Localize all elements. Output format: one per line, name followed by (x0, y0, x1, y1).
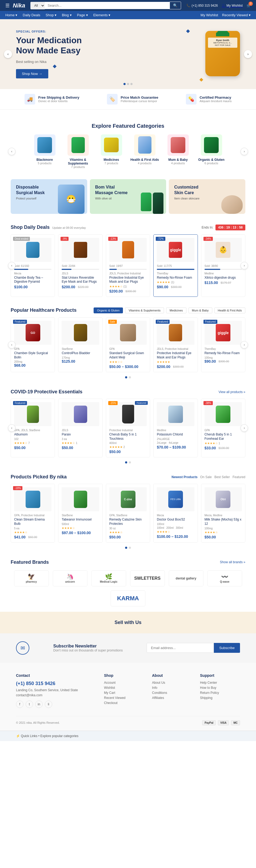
footer-checkout-link[interactable]: Checkout (104, 701, 144, 705)
covid-product-3[interactable]: -15% Featured Protective Industrial Cher… (106, 399, 150, 457)
filter-mum[interactable]: Mum & Baby (189, 307, 212, 313)
picked-dot-1[interactable] (125, 547, 127, 549)
tab-on-sale[interactable]: On Sale (200, 475, 212, 479)
footer-howtobuy-link[interactable]: How to Buy (200, 686, 240, 690)
brand-pharmcy[interactable]: 🦅 pharmcy (14, 570, 49, 586)
promo-banner-massage[interactable]: Bom VitalMassage Creme With olive oil (90, 179, 166, 214)
nav-home[interactable]: Home ▾ (5, 13, 17, 17)
covid-dot-2[interactable] (129, 461, 131, 463)
hamburger-icon[interactable]: ☰ (5, 3, 9, 8)
facebook-icon[interactable]: f (16, 701, 24, 708)
nav-page[interactable]: Page ▾ (77, 13, 88, 17)
filter-vitamins[interactable]: Vitamins & Supplements (125, 307, 164, 313)
linkedin-icon[interactable]: li (45, 701, 52, 708)
picked-product-1[interactable]: -18% GPA, Protective Industrial Clean St… (11, 484, 55, 542)
nav-elements[interactable]: Elements ▾ (93, 13, 111, 17)
nav-wishlist[interactable]: My Wishlist (200, 13, 218, 17)
cat-mum[interactable]: Mum & Baby 4 products (163, 134, 193, 165)
hero-prev-arrow[interactable]: ‹ (4, 50, 12, 58)
deals-next-arrow[interactable]: › (241, 262, 248, 269)
picked-dot-2[interactable] (129, 547, 131, 549)
brand-qwave[interactable]: 〰️ Q-wave (207, 570, 242, 586)
sell-banner[interactable]: Sell with Us (0, 612, 256, 633)
covid-product-1[interactable]: Featured GPA, JDLS, StarBene Albumom 102… (11, 399, 55, 457)
deals-prev-arrow[interactable]: ‹ (8, 262, 15, 269)
newsletter-email-input[interactable] (147, 643, 214, 653)
cart-area[interactable]: 🛒 0 (247, 4, 251, 7)
footer-shipping-link[interactable]: Shipping (200, 696, 240, 700)
nav-shop[interactable]: Shop ▾ (45, 13, 57, 17)
brand-medical-logic[interactable]: 🌿 Medical Logic (92, 570, 126, 586)
cat-organic[interactable]: Organic & Gluten 6 products (197, 134, 226, 165)
footer-aboutus-link[interactable]: About Us (152, 681, 192, 685)
instagram-icon[interactable]: in (35, 701, 43, 708)
brand-karma[interactable]: KARMA (111, 590, 145, 607)
search-input[interactable] (45, 2, 169, 9)
footer-info-link[interactable]: Info (152, 686, 192, 690)
logo[interactable]: Nika (13, 2, 25, 9)
popular-next-arrow[interactable]: › (241, 341, 248, 348)
hero-dot-1[interactable] (124, 83, 126, 85)
tab-featured[interactable]: Featured (232, 475, 245, 479)
cat-health[interactable]: Health & First Aids 4 products (130, 134, 159, 165)
promo-banner-skincare[interactable]: CustomizedSkin Care Item clean skincare (169, 179, 245, 214)
covid-dot-1[interactable] (125, 461, 127, 463)
footer-conditions-link[interactable]: Conditions (152, 691, 192, 695)
search-button[interactable]: 🔍 (170, 2, 181, 9)
popular-product-1[interactable]: Featured GO GPA Chamber-Style Surgical B… (11, 317, 55, 372)
deal-product-3[interactable]: -13% Sold: 19/97 JDLS, Protective Indust… (106, 235, 150, 297)
wishlist-link[interactable]: ♡ My Wishlist (222, 4, 243, 7)
categories-prev-arrow[interactable]: ‹ (8, 148, 15, 155)
footer-helpcenter-link[interactable]: Help Center (200, 681, 240, 685)
picked-product-3[interactable]: C-zine GPA, StarBene Remedy Calazine Ski… (106, 484, 150, 542)
twitter-icon[interactable]: t (26, 701, 33, 708)
hero-next-arrow[interactable]: › (244, 50, 252, 58)
tab-newest[interactable]: Newest Products (171, 475, 197, 479)
covid-product-4[interactable]: Medline Potassium Chlorid 2%LARGE 2xLarg… (153, 399, 198, 457)
filter-health[interactable]: Health & First Aids (214, 307, 245, 313)
footer-return-link[interactable]: Return Policy (200, 691, 240, 695)
deal-product-1[interactable]: Deal ended Sold: 61/160 Mecia Chambe Bod… (11, 235, 55, 297)
popular-dot-1[interactable] (125, 376, 127, 378)
footer-account-link[interactable]: Account (104, 681, 144, 685)
brand-unicorn[interactable]: 🦄 unicorn (53, 570, 88, 586)
cat-blackmore[interactable]: Blackmore 5 products (30, 134, 60, 165)
covid-product-5[interactable]: -38% GPA Cherub Baby 5 in 1 Forehead Ear… (201, 399, 245, 457)
hero-dot-3[interactable] (130, 83, 132, 85)
promo-banner-mask[interactable]: DisposableSurgical Mask Protect yourself… (11, 179, 87, 214)
brands-show-all[interactable]: Show all brands » (220, 560, 245, 564)
covid-next-arrow[interactable]: › (241, 424, 248, 432)
deal-product-5[interactable]: -34% 👶 Sold: 38/90 Medline Xitrico diges… (201, 235, 245, 297)
covid-product-2[interactable]: JDLS Paraiv 3 ea ★★★★☆ 1 $50.00 (58, 399, 102, 457)
popular-product-3[interactable]: Sale GPA Standard Surgical Gown Adant Me… (106, 317, 150, 372)
brand-swletters[interactable]: SWLETTERS (130, 570, 165, 586)
hero-shop-now-button[interactable]: Shop Now → (16, 69, 48, 79)
popular-product-2[interactable]: StarBene ControlPlus Bladder 170mg $125.… (58, 317, 102, 372)
search-category-select[interactable]: All (30, 2, 45, 9)
newsletter-subscribe-button[interactable]: Subscribe (214, 643, 240, 653)
tab-best-seller[interactable]: Best Seller (214, 475, 230, 479)
filter-medicines[interactable]: Medicines (166, 307, 186, 313)
covid-prev-arrow[interactable]: ‹ (8, 424, 15, 432)
footer-recent-link[interactable]: Recent Viewed (104, 696, 144, 700)
footer-affiliates-link[interactable]: Affiliates (152, 696, 192, 700)
picked-product-5[interactable]: Otri Mecia, Medline Milk Shake (Mocha) 5… (201, 484, 245, 542)
cat-medicines[interactable]: Medicines 7 products (97, 134, 126, 165)
footer-mycart-link[interactable]: My Cart (104, 691, 144, 695)
popular-product-5[interactable]: Featured giggle ThemBay Remedy No-Rinse … (201, 317, 245, 372)
covid-view-all[interactable]: View all products » (219, 390, 246, 394)
nav-recently-viewed[interactable]: Recently Viewed ▾ (222, 13, 251, 17)
picked-product-2[interactable]: StarBene Tabeanor Immunosel 500ml ★★★★☆ … (58, 484, 102, 542)
popular-prev-arrow[interactable]: ‹ (8, 341, 15, 348)
categories-next-arrow[interactable]: › (241, 148, 248, 155)
footer-wishlist-link[interactable]: Wishlist (104, 686, 144, 690)
nav-blog[interactable]: Blog ▾ (62, 13, 72, 17)
popular-product-4[interactable]: Featured JDLS, Protective Industrial Pro… (153, 317, 198, 372)
nav-daily-deals[interactable]: Daily Deals (23, 13, 40, 17)
cat-vitamins[interactable]: Vitamins & Supplements 7 products (63, 134, 93, 168)
filter-organic[interactable]: Organic & Gluten (94, 307, 123, 313)
deal-product-4[interactable]: -72% giggle Sold: 117/75 ThemBay Remedy … (153, 235, 198, 297)
brand-dental-gallery[interactable]: dental gallery (169, 570, 203, 586)
picked-product-4[interactable]: FES Little Mecia Doctor Gout Box/32 100m… (153, 484, 198, 542)
popular-dot-2[interactable] (129, 376, 131, 378)
